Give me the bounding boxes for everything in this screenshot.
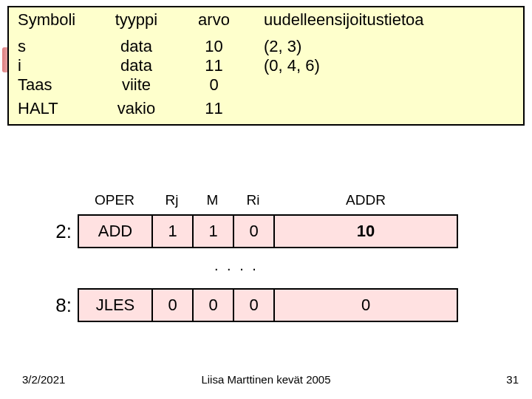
instruction-row: 8: JLES 0 0 0 0: [26, 288, 458, 322]
symbol-table: Symboli tyyppi arvo uudelleensijoitustie…: [7, 6, 525, 126]
sym: HALT: [9, 95, 94, 118]
col-arvo: arvo: [179, 10, 249, 30]
ellipsis: . . . .: [214, 257, 259, 274]
val: 11: [179, 56, 249, 75]
symbol-row: Taas viite 0: [9, 75, 523, 95]
reloc: [249, 75, 523, 95]
cell-ri: 0: [233, 214, 273, 248]
footer-page: 31: [506, 373, 519, 386]
hdr-rj: Rj: [151, 192, 192, 208]
reloc: [249, 95, 523, 118]
sym: i: [9, 56, 94, 75]
sym: Taas: [9, 75, 94, 95]
symbol-row: i data 11 (0, 4, 6): [9, 56, 523, 75]
type: data: [94, 37, 179, 56]
cell-rj: 1: [151, 214, 192, 248]
cell-oper: JLES: [78, 288, 151, 322]
val: 11: [179, 95, 249, 118]
hdr-ri: Ri: [233, 192, 273, 208]
hdr-addr: ADDR: [273, 192, 458, 208]
reloc: (0, 4, 6): [249, 56, 523, 75]
row-number: 8:: [26, 288, 78, 322]
col-tyyppi: tyyppi: [94, 10, 179, 30]
type: vakio: [94, 95, 179, 118]
type: viite: [94, 75, 179, 95]
symbol-row: s data 10 (2, 3): [9, 37, 523, 56]
cell-m: 1: [192, 214, 233, 248]
symbol-table-header: Symboli tyyppi arvo uudelleensijoitustie…: [9, 10, 523, 30]
row-number: 2:: [26, 214, 78, 248]
hdr-m: M: [192, 192, 233, 208]
cell-ri: 0: [233, 288, 273, 322]
instruction-header: OPER Rj M Ri ADDR: [78, 192, 458, 208]
cell-addr: 0: [273, 288, 458, 322]
col-reloc: uudelleensijoitustietoa: [249, 10, 523, 30]
val: 0: [179, 75, 249, 95]
val: 10: [179, 37, 249, 56]
cell-rj: 0: [151, 288, 192, 322]
reloc: (2, 3): [249, 37, 523, 56]
instruction-row: 2: ADD 1 1 0 10: [26, 214, 458, 248]
cell-m: 0: [192, 288, 233, 322]
sym: s: [9, 37, 94, 56]
hdr-oper: OPER: [78, 192, 151, 208]
cell-addr: 10: [273, 214, 458, 248]
col-symboli: Symboli: [9, 10, 94, 30]
symbol-row: HALT vakio 11: [9, 95, 523, 118]
type: data: [94, 56, 179, 75]
footer-credit: Liisa Marttinen kevät 2005: [0, 373, 532, 386]
cell-oper: ADD: [78, 214, 151, 248]
